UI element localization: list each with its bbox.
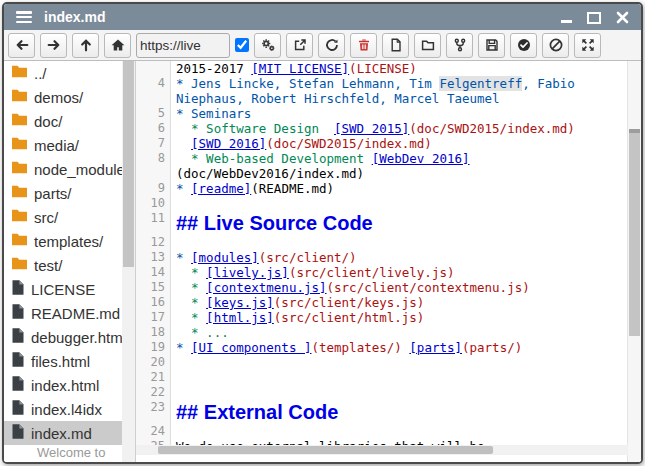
folder-icon: [11, 208, 28, 226]
cancel-button[interactable]: [542, 33, 569, 58]
markdown-link[interactable]: [modules]: [191, 250, 259, 265]
version-history-button[interactable]: [446, 33, 473, 58]
editor-row: 7 [SWD 2016](doc/SWD2015/index.md): [136, 136, 628, 151]
accept-button[interactable]: [510, 33, 537, 58]
file-tree-item-templates[interactable]: templates/: [4, 229, 122, 253]
code-line[interactable]: * [keys.js](src/client/keys.js): [171, 295, 424, 310]
maximize-icon[interactable]: [587, 10, 601, 24]
home-button[interactable]: [104, 33, 131, 58]
url-input[interactable]: [136, 33, 230, 58]
delete-button[interactable]: [350, 33, 377, 58]
file-tree-item-index.md[interactable]: index.md: [4, 421, 122, 445]
file-tree-item-readme.md[interactable]: README.md: [4, 301, 122, 325]
editor-horizontal-scrollbar[interactable]: [136, 445, 628, 455]
file-tree-item-parts[interactable]: parts/: [4, 181, 122, 205]
file-tree-item-label: templates/: [34, 233, 103, 250]
code-line[interactable]: * [contextmenu.js](src/client/contextmen…: [171, 280, 530, 295]
markdown-link[interactable]: [lively.js]: [206, 265, 289, 280]
markdown-link[interactable]: [SWD 2016]: [191, 136, 266, 151]
code-token: *: [176, 280, 206, 295]
sidebar-scrollbar[interactable]: [122, 61, 135, 463]
file-outline-subitem[interactable]: Welcome to: [4, 445, 122, 460]
code-line[interactable]: * Software Design [SWD 2015](doc/SWD2015…: [171, 121, 575, 136]
code-line[interactable]: [SWD 2016](doc/SWD2015/index.md): [171, 136, 432, 151]
up-button[interactable]: [72, 33, 99, 58]
back-button[interactable]: [8, 33, 35, 58]
file-icon: [11, 375, 25, 395]
markdown-editor[interactable]: 2015-2017 [MIT LICENSE](LICENSE)4* Jens …: [136, 61, 641, 463]
code-line[interactable]: * [readme](README.md): [171, 181, 334, 196]
open-external-button[interactable]: [286, 33, 313, 58]
forward-button[interactable]: [40, 33, 67, 58]
file-tree-item-label: LICENSE: [31, 281, 95, 298]
code-line[interactable]: * [html.js](src/client/html.js): [171, 310, 424, 325]
window-titlebar[interactable]: index.md: [4, 4, 641, 30]
file-tree-item-doc[interactable]: doc/: [4, 109, 122, 133]
editor-hscroll-thumb[interactable]: [158, 446, 493, 454]
markdown-link[interactable]: [WebDev 2016]: [372, 151, 470, 166]
code-token: Felgentreff: [439, 76, 522, 91]
folder-icon: [11, 256, 28, 274]
code-token: ## Live Source Code: [176, 212, 373, 234]
line-number: 9: [136, 181, 171, 196]
new-folder-button[interactable]: [414, 33, 441, 58]
file-tree-item-test[interactable]: test/: [4, 253, 122, 277]
settings-button[interactable]: [254, 33, 281, 58]
file-tree-item-nodemodules[interactable]: node_modules/: [4, 157, 122, 181]
markdown-link[interactable]: [parts]: [409, 340, 462, 355]
markdown-link[interactable]: [keys.js]: [206, 295, 274, 310]
code-line[interactable]: * Jens Lincke, Stefan Lehmann, Tim Felge…: [171, 76, 575, 91]
markdown-link[interactable]: [MIT LICENSE]: [251, 61, 349, 76]
markdown-link[interactable]: [html.js]: [206, 310, 274, 325]
file-tree-item-debugger.html[interactable]: debugger.html: [4, 325, 122, 349]
close-icon[interactable]: [615, 10, 629, 24]
markdown-link[interactable]: [readme]: [191, 181, 251, 196]
save-button[interactable]: [478, 33, 505, 58]
file-tree-item-license[interactable]: LICENSE: [4, 277, 122, 301]
editor-row: 24: [136, 424, 628, 439]
menu-icon[interactable]: [16, 11, 32, 23]
code-line[interactable]: [171, 424, 176, 439]
file-tree-item-index.l4idx[interactable]: index.l4idx: [4, 397, 122, 421]
refresh-button[interactable]: [318, 33, 345, 58]
code-line[interactable]: [171, 235, 176, 250]
sidebar-scroll-thumb[interactable]: [123, 61, 134, 267]
code-line[interactable]: Niephaus, Robert Hirschfeld, Marcel Taeu…: [171, 91, 500, 106]
code-line[interactable]: (doc/WebDev2016/index.md): [171, 166, 364, 181]
fullscreen-button[interactable]: [574, 33, 601, 58]
code-line[interactable]: 2015-2017 [MIT LICENSE](LICENSE): [171, 61, 417, 76]
minimize-icon[interactable]: [559, 10, 573, 24]
code-line[interactable]: * ...: [171, 325, 229, 340]
code-line[interactable]: * Web-based Development [WebDev 2016]: [171, 151, 470, 166]
file-tree-item-src[interactable]: src/: [4, 205, 122, 229]
markdown-link[interactable]: [contextmenu.js]: [206, 280, 326, 295]
file-tree-item-index.html[interactable]: index.html: [4, 373, 122, 397]
markdown-link[interactable]: [UI components ]: [191, 340, 311, 355]
code-line[interactable]: * [modules](src/client/): [171, 250, 357, 265]
line-number: 19: [136, 340, 171, 355]
folder-icon: [11, 88, 28, 106]
file-tree-item-demos[interactable]: demos/: [4, 85, 122, 109]
code-line[interactable]: * [lively.js](src/client/lively.js): [171, 265, 454, 280]
file-tree-item-files.html[interactable]: files.html: [4, 349, 122, 373]
code-line[interactable]: [171, 196, 176, 211]
file-tree-item-..[interactable]: ../: [4, 61, 122, 85]
code-line[interactable]: [171, 370, 176, 385]
code-line[interactable]: [171, 385, 176, 400]
editor-vertical-scrollbar[interactable]: [627, 61, 641, 463]
new-file-button[interactable]: [382, 33, 409, 58]
editor-row: 23## External Code: [136, 400, 628, 424]
code-token: (parts/): [462, 340, 522, 355]
code-line[interactable]: * Seminars: [171, 106, 251, 121]
markdown-link[interactable]: [SWD 2015]: [334, 121, 409, 136]
code-line[interactable]: [171, 355, 176, 370]
code-line[interactable]: ## External Code: [171, 400, 338, 424]
file-tree: ../demos/doc/media/node_modules/parts/sr…: [4, 61, 136, 463]
editor-row: 14 * [lively.js](src/client/lively.js): [136, 265, 628, 280]
line-number: 5: [136, 106, 171, 121]
editor-vscroll-thumb[interactable]: [629, 129, 640, 336]
auto-update-checkbox[interactable]: [235, 38, 249, 52]
file-tree-item-media[interactable]: media/: [4, 133, 122, 157]
code-line[interactable]: * [UI components ](templates/) [parts](p…: [171, 340, 522, 355]
code-line[interactable]: ## Live Source Code: [171, 211, 373, 235]
